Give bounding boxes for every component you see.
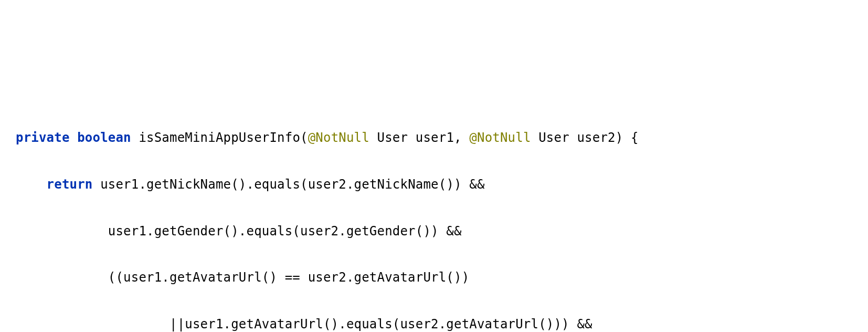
code-line-2: return user1.getNickName().equals(user2.…	[16, 173, 852, 196]
keyword-return: return	[47, 177, 93, 192]
expr-nickname: user1.getNickName().equals(user2.getNick…	[93, 177, 485, 192]
code-block: private boolean isSameMiniAppUserInfo(@N…	[16, 103, 852, 332]
method-name: isSameMiniAppUserInfo(	[131, 130, 308, 145]
keyword-boolean: boolean	[77, 130, 131, 145]
expr-avatar-equals: ||user1.getAvatarUrl().equals(user2.getA…	[16, 317, 592, 331]
expr-avatar-eq: ((user1.getAvatarUrl() == user2.getAvata…	[16, 270, 469, 285]
code-line-1: private boolean isSameMiniAppUserInfo(@N…	[16, 126, 852, 149]
code-line-5: ||user1.getAvatarUrl().equals(user2.getA…	[16, 313, 852, 332]
param-2: User user2) {	[531, 130, 639, 145]
code-line-4: ((user1.getAvatarUrl() == user2.getAvata…	[16, 266, 852, 289]
annotation-notnull-1: @NotNull	[308, 130, 369, 145]
code-line-3: user1.getGender().equals(user2.getGender…	[16, 220, 852, 243]
expr-gender: user1.getGender().equals(user2.getGender…	[16, 224, 462, 238]
keyword-private: private	[16, 130, 70, 145]
annotation-notnull-2: @NotNull	[469, 130, 531, 145]
param-1: User user1,	[369, 130, 469, 145]
